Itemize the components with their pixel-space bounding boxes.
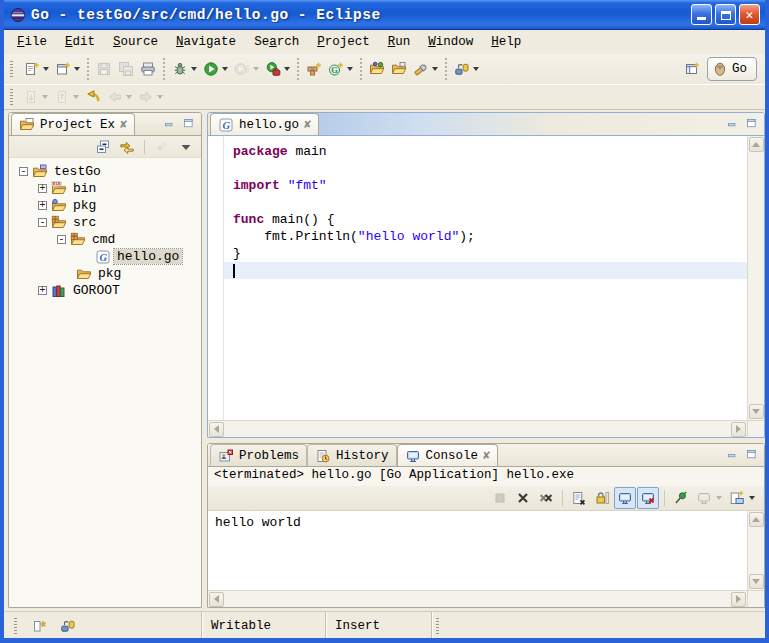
scroll-down-button[interactable]: [749, 404, 764, 419]
last-edit-location-button[interactable]: [82, 86, 104, 108]
save-button[interactable]: [93, 58, 115, 80]
menu-window[interactable]: Window: [419, 33, 482, 51]
remove-all-button[interactable]: [535, 487, 557, 509]
focus-button[interactable]: [151, 136, 173, 158]
maximize-view-button[interactable]: [743, 115, 759, 131]
status-drag-handle[interactable]: [14, 618, 17, 634]
run-button[interactable]: [200, 58, 222, 80]
new-wizard-dropdown[interactable]: [43, 67, 49, 71]
link-editor-button[interactable]: [116, 136, 138, 158]
run-history-button[interactable]: [231, 58, 253, 80]
new-go-app-button[interactable]: G: [325, 58, 347, 80]
search-dropdown[interactable]: [432, 67, 438, 71]
sync-toggle-dropdown[interactable]: [473, 67, 479, 71]
code-line[interactable]: }: [223, 245, 747, 262]
back-dropdown[interactable]: [126, 95, 132, 99]
new-wizard-button[interactable]: [21, 58, 43, 80]
back-button[interactable]: [104, 86, 126, 108]
pin-console-button[interactable]: [670, 487, 692, 509]
code-line[interactable]: package main: [223, 143, 747, 160]
menu-run[interactable]: Run: [379, 33, 420, 51]
tree-item-testgo[interactable]: -testGo: [9, 163, 201, 180]
print-button[interactable]: [137, 58, 159, 80]
debug-dropdown[interactable]: [191, 67, 197, 71]
minimize-view-button[interactable]: [724, 446, 740, 462]
save-all-button[interactable]: [115, 58, 137, 80]
menu-help[interactable]: Help: [482, 33, 530, 51]
run-history-dropdown[interactable]: [253, 67, 259, 71]
close-view-icon[interactable]: ✘: [120, 119, 127, 131]
scroll-left-button[interactable]: [209, 422, 224, 437]
close-button[interactable]: ✕: [739, 4, 760, 25]
stderr-watch-button[interactable]: [637, 487, 659, 509]
toolbar-drag-handle[interactable]: [10, 89, 13, 105]
next-annotation-dropdown[interactable]: [42, 95, 48, 99]
collapse-all-button[interactable]: [92, 136, 114, 158]
display-console-dropdown[interactable]: [716, 496, 722, 500]
scroll-down-button[interactable]: [749, 574, 764, 589]
external-tools-dropdown[interactable]: [284, 67, 290, 71]
menu-edit[interactable]: Edit: [56, 33, 104, 51]
code-line[interactable]: fmt.Println("hello world");: [223, 228, 747, 245]
sync-toggle-button[interactable]: [451, 58, 473, 80]
view-menu-button[interactable]: [175, 136, 197, 158]
menu-navigate[interactable]: Navigate: [167, 33, 245, 51]
terminate-button[interactable]: [489, 487, 511, 509]
menu-source[interactable]: Source: [104, 33, 167, 51]
code-line[interactable]: func main() {: [223, 211, 747, 228]
menu-search[interactable]: Search: [245, 33, 308, 51]
open-type-button[interactable]: [366, 58, 388, 80]
tree-item-src[interactable]: -src: [9, 214, 201, 231]
prev-annotation-dropdown[interactable]: [73, 95, 79, 99]
remove-launch-button[interactable]: [512, 487, 534, 509]
forward-button[interactable]: [135, 86, 157, 108]
prev-annotation-button[interactable]: [51, 86, 73, 108]
open-console-button[interactable]: [726, 487, 748, 509]
minimize-view-button[interactable]: [724, 115, 740, 131]
debug-button[interactable]: [169, 58, 191, 80]
scroll-up-button[interactable]: [749, 137, 764, 152]
tree-item-goroot[interactable]: +GOROOT: [9, 282, 201, 299]
expand-icon[interactable]: +: [38, 201, 47, 210]
tab-console[interactable]: Console✘: [397, 444, 499, 466]
fastview-button[interactable]: [28, 615, 50, 637]
stdout-watch-button[interactable]: [614, 487, 636, 509]
forward-dropdown[interactable]: [157, 95, 163, 99]
code-area[interactable]: package mainimport "fmt"func main() { fm…: [208, 136, 747, 420]
scroll-right-button[interactable]: [731, 592, 746, 607]
close-view-icon[interactable]: ✘: [483, 450, 490, 462]
maximize-view-button[interactable]: [180, 115, 196, 131]
new-go-package-button[interactable]: [303, 58, 325, 80]
close-editor-icon[interactable]: ✘: [304, 119, 311, 131]
scroll-right-button[interactable]: [731, 422, 746, 437]
code-line[interactable]: import "fmt": [223, 177, 747, 194]
next-annotation-button[interactable]: [20, 86, 42, 108]
editor-vertical-scrollbar[interactable]: [747, 136, 764, 420]
maximize-view-button[interactable]: [743, 446, 759, 462]
tree-item-bin[interactable]: +010bin: [9, 180, 201, 197]
new-view-button[interactable]: [52, 58, 74, 80]
tab-project-explorer[interactable]: Project Ex ✘: [11, 113, 135, 135]
menu-file[interactable]: File: [8, 33, 56, 51]
menu-project[interactable]: Project: [308, 33, 379, 51]
minimize-view-button[interactable]: [161, 115, 177, 131]
scroll-lock-button[interactable]: [591, 487, 613, 509]
display-console-button[interactable]: [693, 487, 715, 509]
minimize-button[interactable]: [691, 4, 712, 25]
code-line[interactable]: [223, 262, 747, 279]
collapse-icon[interactable]: -: [19, 167, 28, 176]
toolbar-drag-handle[interactable]: [10, 61, 13, 77]
console-vertical-scrollbar[interactable]: [747, 511, 764, 590]
tab-history[interactable]: History: [307, 444, 397, 466]
external-tools-button[interactable]: [262, 58, 284, 80]
tree-item-pkg[interactable]: pkg: [9, 265, 201, 282]
run-dropdown[interactable]: [222, 67, 228, 71]
code-line[interactable]: [223, 160, 747, 177]
scroll-up-button[interactable]: [749, 512, 764, 527]
tree-item-pkg[interactable]: +pkg: [9, 197, 201, 214]
sync-toggle-button[interactable]: [57, 615, 79, 637]
collapse-icon[interactable]: -: [57, 235, 66, 244]
editor-horizontal-scrollbar[interactable]: [208, 420, 747, 437]
search-button[interactable]: [410, 58, 432, 80]
tab-hello-go[interactable]: G hello.go ✘: [210, 113, 319, 135]
